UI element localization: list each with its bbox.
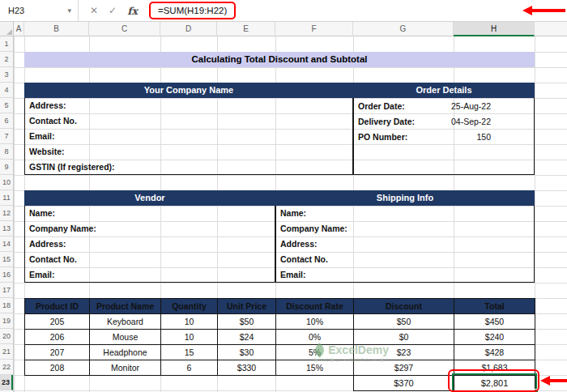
cell-total[interactable]: $1,683	[454, 360, 535, 375]
header-cell-discount-rate[interactable]: Discount Rate	[276, 299, 354, 313]
header-cell-total[interactable]: Total	[454, 299, 535, 313]
row-header[interactable]: 10	[0, 175, 13, 190]
cell-discount-rate[interactable]: 10%	[276, 314, 354, 329]
name-box[interactable]: H23 ▾	[0, 0, 79, 21]
cell-quantity[interactable]: 10	[161, 314, 218, 329]
row-header[interactable]: 14	[0, 236, 13, 252]
column-header-h[interactable]: H	[454, 22, 535, 36]
detail-label[interactable]: PO Number:	[353, 132, 407, 142]
cell-quantity[interactable]: 6	[161, 360, 218, 375]
row-header[interactable]: 13	[0, 221, 13, 236]
vendor-header-cell[interactable]: Vendor	[24, 190, 275, 206]
row-header[interactable]: 2	[0, 52, 13, 67]
field-label[interactable]: Contact No.	[24, 252, 275, 267]
discount-total-cell[interactable]: $370	[353, 375, 454, 391]
shipping-header-cell[interactable]: Shipping Info	[275, 190, 535, 206]
cell-unit-price[interactable]: $24	[218, 330, 276, 344]
cell-discount[interactable]: $0	[354, 330, 454, 344]
row-header[interactable]: 6	[0, 113, 13, 129]
row-header[interactable]: 8	[0, 144, 13, 160]
cell-discount-rate[interactable]: 0%	[276, 330, 354, 344]
cell-total[interactable]: $450	[454, 314, 535, 329]
row-header[interactable]: 1	[0, 36, 13, 52]
row-header[interactable]: 7	[0, 129, 13, 144]
cell-product-id[interactable]: 205	[25, 314, 90, 329]
cell-unit-price[interactable]: $50	[218, 314, 276, 329]
column-header-b[interactable]: B	[24, 22, 89, 36]
cell-product-name[interactable]: Headphone	[90, 345, 161, 360]
enter-icon[interactable]: ✓	[109, 5, 117, 16]
cell-unit-price[interactable]: $330	[218, 360, 276, 375]
column-header-a[interactable]: A	[14, 22, 24, 36]
header-cell-product-name[interactable]: Product Name	[90, 299, 161, 313]
row-header[interactable]: 12	[0, 206, 13, 221]
row-header[interactable]: 16	[0, 267, 13, 283]
select-all-button[interactable]	[0, 22, 14, 36]
formula-input[interactable]: =SUM(H19:H22)	[149, 2, 236, 19]
field-label[interactable]: Name:	[275, 206, 535, 221]
column-header-d[interactable]: D	[160, 22, 217, 36]
cell-product-id[interactable]: 207	[25, 345, 90, 360]
fill-handle[interactable]	[534, 389, 539, 392]
chevron-down-icon[interactable]: ▾	[67, 6, 71, 15]
row-header[interactable]: 4	[0, 83, 13, 98]
header-cell-discount[interactable]: Discount	[354, 299, 454, 313]
cell-discount[interactable]: $23	[354, 345, 454, 360]
header-cell-unit-price[interactable]: Unit Price	[218, 299, 276, 313]
field-label[interactable]: Email:	[275, 267, 535, 283]
header-cell-quantity[interactable]: Quantity	[161, 299, 218, 313]
row-header[interactable]: 11	[0, 190, 13, 206]
row-header[interactable]: 15	[0, 252, 13, 267]
cell-discount[interactable]: $297	[354, 360, 454, 375]
row-header[interactable]: 18	[0, 298, 13, 313]
detail-label[interactable]: Order Date:	[353, 101, 405, 111]
grand-total-cell[interactable]: $2,801	[454, 375, 535, 391]
company-header-cell[interactable]: Your Company Name	[24, 83, 353, 98]
field-label[interactable]: Contact No.	[275, 252, 535, 267]
detail-value[interactable]: 25-Aug-22	[405, 101, 535, 111]
sheet-title-cell[interactable]: Calculating Total Discount and Subtotal	[24, 52, 535, 67]
field-label[interactable]: Address:	[275, 236, 535, 252]
cell-quantity[interactable]: 10	[161, 330, 218, 344]
cell-discount-rate[interactable]: 5%	[276, 345, 354, 360]
cell-discount[interactable]: $50	[354, 314, 454, 329]
field-label[interactable]: Email:	[24, 267, 275, 283]
row-header[interactable]: 5	[0, 98, 13, 113]
field-label[interactable]: Email:	[24, 129, 353, 144]
field-label[interactable]: Address:	[24, 98, 353, 113]
cell-product-name[interactable]: Keyboard	[90, 314, 161, 329]
cell-total[interactable]: $428	[454, 345, 535, 360]
detail-label[interactable]: Delivery Date:	[353, 117, 415, 126]
cell-discount-rate[interactable]: 15%	[276, 360, 354, 375]
row-header[interactable]: 20	[0, 329, 13, 344]
row-header[interactable]: 17	[0, 283, 13, 298]
field-label[interactable]: Company Name:	[24, 221, 275, 236]
cell-product-name[interactable]: Mouse	[90, 330, 161, 344]
field-label[interactable]: Address:	[24, 236, 275, 252]
row-header[interactable]: 21	[0, 344, 13, 360]
field-label[interactable]: Company Name:	[275, 221, 535, 236]
cell-unit-price[interactable]: $30	[218, 345, 276, 360]
row-header[interactable]: 3	[0, 67, 13, 83]
detail-value[interactable]: 150	[407, 132, 535, 142]
field-label[interactable]: GSTIN (If registered):	[24, 160, 353, 175]
row-header[interactable]: 23	[0, 375, 13, 390]
header-cell-product-id[interactable]: Product ID	[25, 299, 90, 313]
cell-product-id[interactable]: 206	[25, 330, 90, 344]
column-header-f[interactable]: F	[275, 22, 353, 36]
column-header-c[interactable]: C	[89, 22, 160, 36]
cell-product-name[interactable]: Monitor	[90, 360, 161, 375]
row-header[interactable]: 9	[0, 160, 13, 175]
row-header[interactable]: 22	[0, 360, 13, 375]
field-label[interactable]: Contact No.	[24, 113, 353, 129]
field-label[interactable]: Website:	[24, 144, 353, 160]
cell-product-id[interactable]: 208	[25, 360, 90, 375]
insert-function-icon[interactable]: fx	[127, 5, 138, 17]
detail-value[interactable]: 04-Sep-22	[415, 117, 535, 126]
cell-quantity[interactable]: 15	[161, 345, 218, 360]
cell-total[interactable]: $240	[454, 330, 535, 344]
column-header-g[interactable]: G	[353, 22, 454, 36]
order-details-header-cell[interactable]: Order Details	[353, 83, 535, 98]
field-label[interactable]: Name:	[24, 206, 275, 221]
column-header-e[interactable]: E	[217, 22, 275, 36]
